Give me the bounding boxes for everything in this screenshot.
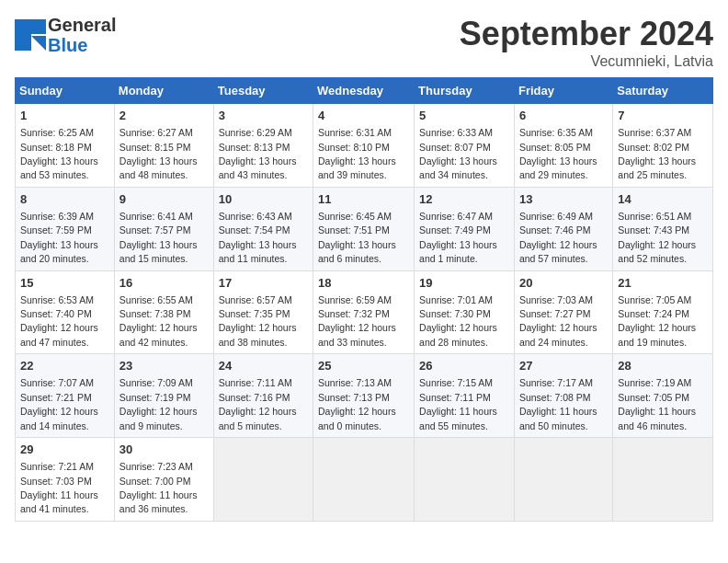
table-row: 29 Sunrise: 7:21 AM Sunset: 7:03 PM Dayl… (16, 438, 115, 522)
daylight-text: Daylight: 12 hours and 14 minutes. (20, 406, 98, 431)
svg-marker-2 (31, 36, 46, 51)
table-row: 30 Sunrise: 7:23 AM Sunset: 7:00 PM Dayl… (114, 438, 213, 522)
sunset-text: Sunset: 7:49 PM (419, 224, 491, 236)
sunset-text: Sunset: 7:16 PM (219, 392, 290, 403)
sunrise-text: Sunrise: 6:41 AM (119, 211, 193, 222)
day-number: 1 (20, 108, 109, 124)
sunset-text: Sunset: 7:08 PM (519, 392, 591, 403)
col-friday: Friday (514, 78, 612, 104)
col-sunday: Sunday (16, 78, 115, 104)
daylight-text: Daylight: 13 hours and 39 minutes. (318, 155, 396, 180)
day-number: 7 (618, 108, 708, 124)
day-number: 15 (20, 275, 109, 292)
table-row: 14 Sunrise: 6:51 AM Sunset: 7:43 PM Dayl… (613, 187, 713, 270)
daylight-text: Daylight: 12 hours and 57 minutes. (519, 239, 597, 264)
calendar-week-row: 1 Sunrise: 6:25 AM Sunset: 8:18 PM Dayli… (16, 104, 713, 188)
table-row: 2 Sunrise: 6:27 AM Sunset: 8:15 PM Dayli… (114, 104, 213, 188)
daylight-text: Daylight: 13 hours and 1 minute. (419, 239, 497, 264)
day-number: 8 (20, 191, 109, 208)
month-title: September 2024 (460, 15, 713, 53)
sunrise-text: Sunrise: 6:49 AM (519, 211, 593, 222)
sunrise-text: Sunrise: 6:55 AM (119, 294, 193, 305)
sunrise-text: Sunrise: 6:29 AM (219, 127, 292, 138)
sunset-text: Sunset: 7:57 PM (119, 224, 191, 236)
calendar-header-row: Sunday Monday Tuesday Wednesday Thursday… (16, 78, 713, 104)
table-row: 12 Sunrise: 6:47 AM Sunset: 7:49 PM Dayl… (415, 187, 515, 270)
table-row: 4 Sunrise: 6:31 AM Sunset: 8:10 PM Dayli… (313, 104, 415, 188)
sunrise-text: Sunrise: 6:51 AM (618, 211, 691, 222)
day-number: 13 (519, 191, 608, 208)
daylight-text: Daylight: 13 hours and 6 minutes. (318, 239, 396, 264)
daylight-text: Daylight: 12 hours and 5 minutes. (219, 406, 297, 431)
table-row: 25 Sunrise: 7:13 AM Sunset: 7:13 PM Dayl… (313, 354, 415, 438)
sunrise-text: Sunrise: 7:13 AM (318, 377, 392, 388)
daylight-text: Daylight: 12 hours and 24 minutes. (519, 322, 597, 347)
daylight-text: Daylight: 13 hours and 11 minutes. (219, 239, 297, 264)
sunset-text: Sunset: 8:05 PM (519, 142, 591, 153)
sunrise-text: Sunrise: 7:23 AM (119, 461, 193, 472)
sunset-text: Sunset: 7:13 PM (318, 392, 390, 403)
sunrise-text: Sunrise: 6:53 AM (20, 294, 94, 305)
table-row: 20 Sunrise: 7:03 AM Sunset: 7:27 PM Dayl… (514, 270, 612, 354)
day-number: 17 (219, 275, 308, 292)
sunrise-text: Sunrise: 6:25 AM (20, 127, 94, 138)
sunset-text: Sunset: 8:10 PM (318, 142, 390, 153)
calendar-week-row: 22 Sunrise: 7:07 AM Sunset: 7:21 PM Dayl… (16, 354, 713, 438)
sunset-text: Sunset: 7:40 PM (20, 308, 92, 319)
col-thursday: Thursday (415, 78, 515, 104)
sunset-text: Sunset: 7:43 PM (618, 224, 689, 236)
sunset-text: Sunset: 7:51 PM (318, 224, 390, 236)
table-row: 26 Sunrise: 7:15 AM Sunset: 7:11 PM Dayl… (415, 354, 515, 438)
sunrise-text: Sunrise: 7:05 AM (618, 294, 691, 305)
table-row: 7 Sunrise: 6:37 AM Sunset: 8:02 PM Dayli… (613, 104, 713, 188)
sunrise-text: Sunrise: 6:31 AM (318, 127, 392, 138)
table-row: 13 Sunrise: 6:49 AM Sunset: 7:46 PM Dayl… (514, 187, 612, 270)
sunrise-text: Sunrise: 7:09 AM (119, 377, 193, 388)
svg-rect-1 (31, 19, 46, 34)
table-row (415, 438, 515, 522)
daylight-text: Daylight: 13 hours and 53 minutes. (20, 155, 98, 180)
table-row: 1 Sunrise: 6:25 AM Sunset: 8:18 PM Dayli… (16, 104, 115, 188)
table-row: 19 Sunrise: 7:01 AM Sunset: 7:30 PM Dayl… (415, 270, 515, 354)
col-saturday: Saturday (613, 78, 713, 104)
calendar-table: Sunday Monday Tuesday Wednesday Thursday… (15, 77, 713, 522)
table-row (213, 438, 313, 522)
sunrise-text: Sunrise: 6:59 AM (318, 294, 392, 305)
sunrise-text: Sunrise: 7:15 AM (419, 377, 493, 388)
daylight-text: Daylight: 13 hours and 34 minutes. (419, 155, 497, 180)
day-number: 19 (419, 275, 509, 292)
table-row: 10 Sunrise: 6:43 AM Sunset: 7:54 PM Dayl… (213, 187, 313, 270)
daylight-text: Daylight: 12 hours and 19 minutes. (618, 322, 696, 347)
table-row (514, 438, 612, 522)
daylight-text: Daylight: 12 hours and 9 minutes. (119, 406, 198, 431)
svg-rect-0 (15, 19, 31, 51)
col-monday: Monday (114, 78, 213, 104)
sunrise-text: Sunrise: 6:47 AM (419, 211, 493, 222)
sunset-text: Sunset: 7:05 PM (618, 392, 689, 403)
sunrise-text: Sunrise: 6:37 AM (618, 127, 691, 138)
sunset-text: Sunset: 8:15 PM (119, 142, 191, 153)
daylight-text: Daylight: 12 hours and 42 minutes. (119, 322, 198, 347)
logo: General Blue (15, 15, 116, 55)
sunset-text: Sunset: 7:38 PM (119, 308, 191, 319)
daylight-text: Daylight: 11 hours and 55 minutes. (419, 406, 497, 431)
day-number: 28 (618, 358, 708, 374)
table-row: 16 Sunrise: 6:55 AM Sunset: 7:38 PM Dayl… (114, 270, 213, 354)
day-number: 4 (318, 108, 409, 124)
logo-icon (15, 19, 46, 51)
day-number: 2 (119, 108, 209, 124)
table-row: 18 Sunrise: 6:59 AM Sunset: 7:32 PM Dayl… (313, 270, 415, 354)
table-row: 17 Sunrise: 6:57 AM Sunset: 7:35 PM Dayl… (213, 270, 313, 354)
table-row: 22 Sunrise: 7:07 AM Sunset: 7:21 PM Dayl… (16, 354, 115, 438)
logo-general-text: General (48, 15, 116, 35)
daylight-text: Daylight: 13 hours and 20 minutes. (20, 239, 98, 264)
sunrise-text: Sunrise: 6:39 AM (20, 211, 94, 222)
day-number: 16 (119, 275, 209, 292)
sunset-text: Sunset: 7:27 PM (519, 308, 591, 319)
sunset-text: Sunset: 7:32 PM (318, 308, 390, 319)
sunrise-text: Sunrise: 7:07 AM (20, 377, 94, 388)
sunset-text: Sunset: 7:11 PM (419, 392, 491, 403)
calendar-week-row: 8 Sunrise: 6:39 AM Sunset: 7:59 PM Dayli… (16, 187, 713, 270)
sunset-text: Sunset: 8:02 PM (618, 142, 689, 153)
table-row (613, 438, 713, 522)
